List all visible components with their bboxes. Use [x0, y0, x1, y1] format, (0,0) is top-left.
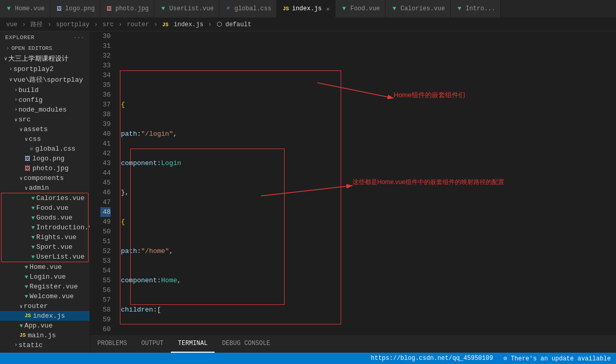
folder-arrow10: ∨ — [20, 175, 23, 181]
tab-photo-jpg[interactable]: 🖼 photo.jpg — [100, 0, 154, 17]
code-line-38: { — [121, 334, 616, 335]
section-arrow: › — [6, 46, 9, 51]
sidebar-item-config[interactable]: › config — [0, 95, 90, 105]
sidebar-item-node-modules[interactable]: › node_modules — [0, 105, 90, 115]
sidebar-item-logo-png[interactable]: 🖼 logo.png — [0, 154, 90, 163]
sidebar-item-calories-vue[interactable]: ▼ Calories.vue — [2, 193, 88, 203]
vue-file-icon4: ▼ — [31, 225, 35, 231]
annotation-label-1: Home组件的嵌套组件们 — [394, 90, 465, 100]
sidebar-item-router[interactable]: ∨ router — [0, 301, 90, 311]
sidebar-header: EXPLORER ··· — [0, 31, 90, 44]
folder-arrow13: › — [14, 342, 17, 348]
js-sidebar-icon: JS — [25, 313, 31, 319]
sidebar-item-welcome-vue[interactable]: ▼ Welcome.vue — [0, 292, 90, 301]
vue-file-icon8: ▼ — [25, 264, 28, 270]
tab-output[interactable]: OUTPUT — [134, 335, 171, 353]
sidebar-item-login-vue[interactable]: ▼ Login.vue — [0, 272, 90, 282]
sidebar-item-userlist-vue[interactable]: ▼ UserList.vue — [2, 252, 88, 262]
tab-userlist-vue[interactable]: ▼ UserList.vue — [154, 0, 219, 17]
annotation-label-2: 这些都是Home.vue组件中的嵌套组件的映射路径的配置 — [353, 178, 504, 187]
folder-arrow5: › — [14, 97, 17, 103]
vue-file-icon: ▼ — [31, 195, 35, 202]
folder-arrow3: ∨ — [9, 77, 12, 83]
code-line-30: { — [121, 100, 616, 110]
folder-arrow8: ∨ — [20, 126, 23, 133]
sidebar: EXPLORER ··· › OPEN EDITORS ∨ 大三上学期课程设计 … — [0, 31, 90, 353]
code-line-36: component:Home, — [121, 276, 616, 285]
jpg-icon: 🖼 — [105, 5, 113, 12]
sidebar-item-build[interactable]: › build — [0, 85, 90, 95]
code-line-37: children:[ — [121, 305, 616, 315]
status-bar-link: https://blog.csdn.net/qq_45950109 — [371, 355, 494, 362]
folder-arrow: ∨ — [4, 56, 7, 62]
sidebar-item-sportplay2[interactable]: › sportplay2 — [0, 64, 90, 74]
tab-terminal[interactable]: TERMINAL — [171, 335, 215, 353]
code-line-34: { — [121, 217, 616, 227]
vue-icon4: ▼ — [391, 5, 398, 12]
folder-arrow7: ∨ — [14, 117, 17, 123]
sidebar-item-register-vue[interactable]: ▼ Register.vue — [0, 282, 90, 292]
tab-calories-vue[interactable]: ▼ Calories.vue — [385, 0, 450, 17]
js-sidebar-icon2: JS — [20, 333, 26, 338]
section-open-editors[interactable]: › OPEN EDITORS — [0, 44, 90, 53]
tab-home-vue[interactable]: ▼ Home.vue — [0, 0, 50, 17]
vue-file-icon5: ▼ — [31, 234, 35, 241]
sidebar-item-home-vue[interactable]: ▼ Home.vue — [0, 262, 90, 272]
line-numbers: 30 31 32 33 34 35 36 37 38 39 40 41 42 4… — [90, 31, 116, 335]
sidebar-item-photo-jpg[interactable]: 🖼 photo.jpg — [0, 163, 90, 173]
code-line-33: }, — [121, 188, 616, 197]
vue-icon: ▼ — [5, 5, 12, 12]
status-bar-notification[interactable]: ⊙ There's an update available — [503, 355, 611, 362]
sidebar-item-rights-vue[interactable]: ▼ Rights.vue — [2, 232, 88, 242]
tab-problems[interactable]: PROBLEMS — [90, 335, 134, 353]
vue-file-icon3: ▼ — [31, 215, 35, 221]
png-icon: 🖼 — [56, 5, 63, 12]
sidebar-item-vuepath[interactable]: ∨ vue\路径\sportplay — [0, 74, 90, 85]
vue-file-icon12: ▼ — [20, 323, 23, 329]
vue-file-icon11: ▼ — [25, 294, 28, 300]
panel-tabs: PROBLEMS OUTPUT TERMINAL DEBUG CONSOLE — [90, 335, 616, 353]
status-bar: https://blog.csdn.net/qq_45950109 ⊙ Ther… — [0, 353, 616, 364]
sidebar-item-sport-vue[interactable]: ▼ Sport.vue — [2, 242, 88, 252]
sidebar-item-index-js[interactable]: JS index.js — [0, 311, 90, 321]
folder-arrow4: › — [14, 87, 17, 93]
sidebar-item-src[interactable]: ∨ src — [0, 115, 90, 124]
vue-file-icon7: ▼ — [31, 254, 35, 260]
sidebar-item-static[interactable]: › static — [0, 340, 90, 350]
sidebar-item-css[interactable]: ∨ css — [0, 134, 90, 144]
tab-debug-console[interactable]: DEBUG CONSOLE — [215, 335, 277, 353]
breadcrumb: vue › 路径 › sportplay › src › router › JS… — [0, 18, 616, 31]
vue-file-icon2: ▼ — [31, 205, 35, 211]
vue-icon3: ▼ — [341, 5, 348, 12]
tab-bar: ▼ Home.vue 🖼 logo.png 🖼 photo.jpg ▼ User… — [0, 0, 616, 18]
sidebar-item-food-vue[interactable]: ▼ Food.vue — [2, 203, 88, 213]
sidebar-item-main-js[interactable]: JS main.js — [0, 331, 90, 340]
png-file-icon: 🖼 — [25, 155, 30, 162]
vue-icon2: ▼ — [160, 5, 167, 12]
sidebar-item-app-vue[interactable]: ▼ App.vue — [0, 321, 90, 331]
close-tab-button[interactable]: ✕ — [326, 6, 330, 12]
code-line-31: path:"/login", — [121, 129, 616, 139]
sidebar-item-project[interactable]: ∨ 大三上学期课程设计 — [0, 53, 90, 64]
sidebar-menu-button[interactable]: ··· — [74, 34, 84, 41]
vue-icon5: ▼ — [456, 5, 463, 12]
css-file-icon: # — [30, 146, 33, 152]
tab-index-js[interactable]: JS index.js ✕ — [277, 0, 335, 17]
folder-arrow6: › — [14, 107, 17, 113]
css-icon: # — [224, 5, 232, 12]
vue-file-icon10: ▼ — [25, 284, 28, 290]
sidebar-item-global-css[interactable]: # global.css — [0, 144, 90, 154]
tab-intro-vue[interactable]: ▼ Intro... — [451, 0, 501, 17]
tab-food-vue[interactable]: ▼ Food.vue — [336, 0, 386, 17]
sidebar-item-components[interactable]: ∨ components — [0, 173, 90, 183]
sidebar-item-goods-vue[interactable]: ▼ Goods.vue — [2, 213, 88, 223]
sidebar-item-admin[interactable]: ∨ admin — [0, 183, 90, 193]
sidebar-item-introduction-vue[interactable]: ▼ Introduction.vue — [2, 223, 88, 232]
jpg-file-icon: 🖼 — [25, 165, 30, 172]
folder-arrow2: › — [9, 66, 12, 72]
code-line-32: component:Login — [121, 158, 616, 168]
tab-global-css[interactable]: # global.css — [219, 0, 277, 17]
sidebar-item-assets[interactable]: ∨ assets — [0, 124, 90, 134]
tab-logo-png[interactable]: 🖼 logo.png — [50, 0, 101, 17]
code-line-35: path:"/home", — [121, 246, 616, 256]
